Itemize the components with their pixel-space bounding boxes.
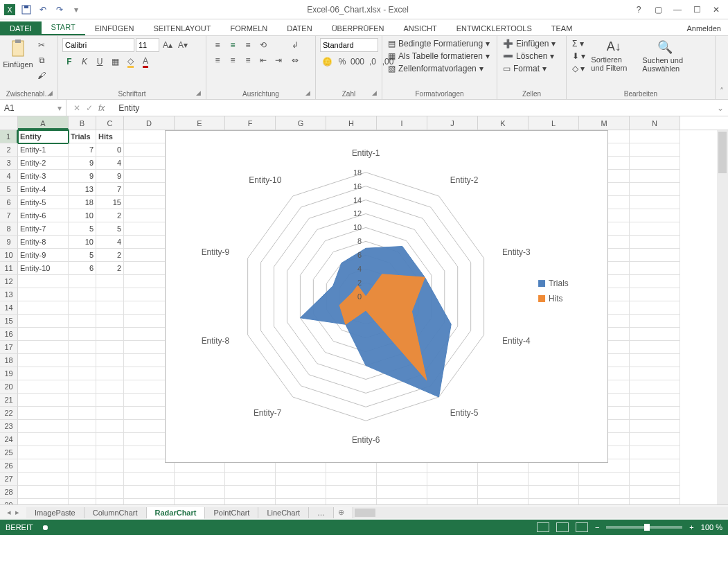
cell[interactable] (69, 486, 96, 499)
chart-object[interactable]: Entity-1Entity-2Entity-3Entity-4Entity-5… (165, 130, 608, 463)
undo-icon[interactable]: ↶ (37, 4, 48, 15)
column-header[interactable]: H (326, 116, 377, 130)
cell[interactable] (18, 354, 69, 367)
cell[interactable]: 9 (69, 170, 96, 183)
cell[interactable]: Entity-6 (18, 209, 69, 222)
cell[interactable] (630, 249, 680, 262)
zoom-slider[interactable] (606, 526, 682, 529)
cell[interactable] (96, 446, 124, 459)
cell[interactable] (326, 473, 377, 486)
cell[interactable] (478, 486, 529, 499)
thousands-icon[interactable]: 000 (350, 55, 364, 69)
cell[interactable] (18, 341, 69, 354)
row-header[interactable]: 27 (0, 473, 18, 486)
cell[interactable] (96, 394, 124, 407)
cell[interactable]: 7 (69, 143, 96, 157)
tab-ansicht[interactable]: ANSICHT (393, 21, 446, 35)
maximize-icon[interactable]: ☐ (688, 3, 706, 16)
cell[interactable]: Hits (96, 130, 124, 143)
row-header[interactable]: 24 (0, 433, 18, 446)
orientation-icon[interactable]: ⟲ (256, 38, 270, 52)
row-header[interactable]: 1 (0, 130, 18, 143)
format-painter-icon[interactable]: 🖌 (35, 69, 48, 82)
cell[interactable]: Entity-7 (18, 222, 69, 236)
sheet-tab-linechart[interactable]: LineChart (258, 507, 309, 518)
cell[interactable] (175, 473, 225, 486)
column-header[interactable]: B (69, 116, 96, 130)
insert-cells-button[interactable]: ➕ Einfügen ▾ (501, 38, 557, 49)
paste-button[interactable]: Einfügen (4, 38, 32, 70)
cell[interactable] (18, 394, 69, 407)
tab-seitenlayout[interactable]: SEITENLAYOUT (143, 21, 220, 35)
row-header[interactable]: 4 (0, 170, 18, 183)
fx-icon[interactable]: fx (98, 103, 105, 113)
cell[interactable]: 18 (69, 196, 96, 209)
currency-icon[interactable]: 🪙 (320, 55, 334, 69)
format-as-table-button[interactable]: ▦ Als Tabelle formatieren ▾ (387, 51, 491, 62)
cell[interactable] (69, 315, 96, 328)
grow-font-icon[interactable]: A▴ (161, 38, 175, 52)
font-size-input[interactable] (136, 38, 159, 52)
cell[interactable] (18, 459, 69, 473)
cell[interactable] (69, 288, 96, 301)
cell[interactable] (225, 499, 276, 504)
help-icon[interactable]: ? (630, 3, 648, 16)
cell[interactable]: 10 (69, 236, 96, 249)
view-page-break-icon[interactable] (576, 522, 588, 532)
sheet-tab-imagepaste[interactable]: ImagePaste (26, 507, 85, 518)
cell[interactable] (529, 486, 579, 499)
row-header[interactable]: 11 (0, 262, 18, 275)
cell[interactable] (18, 288, 69, 301)
cell[interactable] (69, 394, 96, 407)
cell[interactable] (276, 486, 326, 499)
cell[interactable] (630, 275, 680, 288)
cell[interactable]: 6 (69, 262, 96, 275)
name-box[interactable]: A1▾ (0, 100, 66, 116)
cell[interactable] (630, 341, 680, 354)
cell[interactable]: Entity-2 (18, 157, 69, 170)
sheet-nav-prev-icon[interactable]: ◂ (7, 508, 11, 517)
cell[interactable] (630, 420, 680, 433)
row-header[interactable]: 12 (0, 275, 18, 288)
cell[interactable] (96, 341, 124, 354)
cell[interactable] (630, 170, 680, 183)
cell[interactable] (124, 499, 175, 504)
cell[interactable] (18, 420, 69, 433)
sheet-tab-more[interactable]: … (309, 507, 334, 518)
cell[interactable]: 4 (96, 236, 124, 249)
cell[interactable] (427, 499, 478, 504)
qat-dropdown-icon[interactable]: ▾ (71, 4, 82, 15)
row-header[interactable]: 2 (0, 143, 18, 157)
copy-icon[interactable]: ⧉ (35, 53, 48, 67)
ribbon-options-icon[interactable]: ▢ (649, 3, 667, 16)
cell[interactable] (69, 420, 96, 433)
vertical-scrollbar[interactable] (717, 130, 728, 504)
cell[interactable] (69, 354, 96, 367)
cell[interactable] (630, 354, 680, 367)
cell[interactable] (96, 499, 124, 504)
cell[interactable] (377, 473, 427, 486)
row-header[interactable]: 8 (0, 222, 18, 236)
cell[interactable] (96, 473, 124, 486)
column-header[interactable]: M (579, 116, 630, 130)
cell[interactable] (96, 367, 124, 380)
tab-entwicklertools[interactable]: ENTWICKLERTOOLS (447, 21, 542, 35)
cell[interactable]: 2 (96, 209, 124, 222)
sheet-tab-columnchart[interactable]: ColumnChart (85, 507, 147, 518)
row-header[interactable]: 7 (0, 209, 18, 222)
cell[interactable]: 15 (96, 196, 124, 209)
sort-filter-button[interactable]: A↓ Sortieren und Filtern (589, 38, 638, 73)
delete-cells-button[interactable]: ➖ Löschen ▾ (501, 51, 556, 62)
tab-daten[interactable]: DATEN (277, 21, 321, 35)
row-header[interactable]: 10 (0, 249, 18, 262)
row-header[interactable]: 5 (0, 183, 18, 196)
cell[interactable] (630, 473, 680, 486)
cancel-formula-icon[interactable]: ✕ (73, 103, 80, 113)
number-launcher-icon[interactable]: ◢ (372, 89, 380, 98)
percent-icon[interactable]: % (335, 55, 349, 69)
cell[interactable] (377, 499, 427, 504)
cell[interactable]: Entity-4 (18, 183, 69, 196)
cell[interactable] (69, 341, 96, 354)
worksheet-grid[interactable]: ABCDEFGHIJKLMN 1EntityTrialsHits2Entity-… (0, 116, 728, 504)
align-bottom-icon[interactable]: ≡ (241, 38, 255, 52)
